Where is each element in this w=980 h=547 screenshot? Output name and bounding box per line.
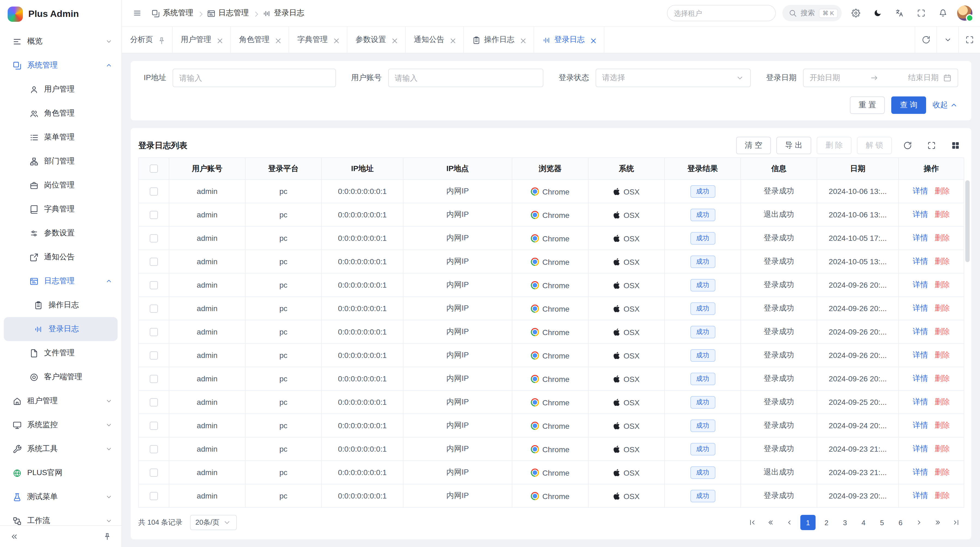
close-icon[interactable] xyxy=(216,37,222,43)
row-checkbox[interactable] xyxy=(150,328,158,336)
pagination-first-button[interactable] xyxy=(745,515,760,530)
detail-link[interactable]: 详情 xyxy=(913,374,928,383)
reset-button[interactable]: 重置 xyxy=(850,96,885,114)
row-checkbox[interactable] xyxy=(150,492,158,500)
close-icon[interactable] xyxy=(274,37,280,43)
tab-refresh-button[interactable] xyxy=(915,27,937,53)
delete-link[interactable]: 删除 xyxy=(935,186,950,195)
tab-fullscreen-button[interactable] xyxy=(958,27,980,53)
detail-link[interactable]: 详情 xyxy=(913,350,928,359)
pagination-page-4[interactable]: 4 xyxy=(856,515,871,530)
delete-link[interactable]: 删除 xyxy=(935,280,950,289)
select-all-checkbox[interactable] xyxy=(150,164,158,173)
pagination-next-button[interactable] xyxy=(912,515,927,530)
sidebar-item-log[interactable]: 日志管理 xyxy=(0,269,121,293)
delete-link[interactable]: 删除 xyxy=(935,210,950,218)
sidebar-item-post[interactable]: 岗位管理 xyxy=(0,173,121,197)
tenant-select[interactable] xyxy=(667,5,776,21)
sidebar-item-role[interactable]: 角色管理 xyxy=(0,101,121,125)
delete-link[interactable]: 删除 xyxy=(935,233,950,242)
sidebar-item-user[interactable]: 用户管理 xyxy=(0,77,121,101)
sidebar-item-dict[interactable]: 字典管理 xyxy=(0,197,121,221)
sidebar-item-workflow[interactable]: 工作流 xyxy=(0,509,121,525)
tab-dropdown-button[interactable] xyxy=(937,27,958,53)
pin-icon[interactable] xyxy=(158,37,164,43)
tab-dict[interactable]: 字典管理 xyxy=(289,27,347,53)
detail-link[interactable]: 详情 xyxy=(913,327,928,336)
tab-analysis[interactable]: 分析页 xyxy=(122,27,173,53)
breadcrumb-item-log[interactable]: 日志管理 xyxy=(207,8,249,18)
sidebar-item-tools[interactable]: 系统工具 xyxy=(0,437,121,461)
date-range-picker[interactable]: 开始日期 结束日期 xyxy=(803,69,958,87)
delete-link[interactable]: 删除 xyxy=(935,491,950,499)
row-checkbox[interactable] xyxy=(150,468,158,477)
row-checkbox[interactable] xyxy=(150,375,158,383)
sidebar-item-menu[interactable]: 菜单管理 xyxy=(0,125,121,149)
clear-button[interactable]: 清空 xyxy=(736,137,771,154)
detail-link[interactable]: 详情 xyxy=(913,303,928,312)
row-checkbox[interactable] xyxy=(150,398,158,406)
pagination-page-3[interactable]: 3 xyxy=(837,515,853,530)
breadcrumb-item-loginlog[interactable]: 登录日志 xyxy=(262,8,304,18)
pagination-page-2[interactable]: 2 xyxy=(819,515,834,530)
status-filter-select[interactable]: 请选择 xyxy=(596,69,751,87)
sidebar-collapse-button[interactable] xyxy=(6,529,22,544)
breadcrumb-item-system[interactable]: 系统管理 xyxy=(151,8,193,18)
row-checkbox[interactable] xyxy=(150,187,158,195)
detail-link[interactable]: 详情 xyxy=(913,491,928,499)
delete-link[interactable]: 删除 xyxy=(935,303,950,312)
sidebar-item-monitor[interactable]: 系统监控 xyxy=(0,413,121,437)
delete-link[interactable]: 删除 xyxy=(935,374,950,383)
detail-link[interactable]: 详情 xyxy=(913,233,928,242)
row-checkbox[interactable] xyxy=(150,304,158,313)
delete-link[interactable]: 删除 xyxy=(935,350,950,359)
tenant-select-input[interactable] xyxy=(674,9,768,17)
sidebar-item-param[interactable]: 参数设置 xyxy=(0,221,121,245)
delete-link[interactable]: 删除 xyxy=(935,327,950,336)
pagination-jump-forward-button[interactable] xyxy=(930,515,945,530)
query-button[interactable]: 查询 xyxy=(891,96,926,114)
delete-link[interactable]: 删除 xyxy=(935,444,950,453)
detail-link[interactable]: 详情 xyxy=(913,444,928,453)
tab-loginlog[interactable]: 登录日志 xyxy=(534,27,605,53)
sidebar-item-system[interactable]: 系统管理 xyxy=(0,53,121,77)
sidebar-item-client[interactable]: 客户端管理 xyxy=(0,365,121,389)
sidebar-pin-button[interactable] xyxy=(100,529,115,544)
delete-link[interactable]: 删除 xyxy=(935,397,950,406)
sidebar-item-file[interactable]: 文件管理 xyxy=(0,341,121,365)
delete-link[interactable]: 删除 xyxy=(935,257,950,265)
pagination-page-6[interactable]: 6 xyxy=(893,515,908,530)
table-fullscreen-button[interactable] xyxy=(923,137,940,154)
row-checkbox[interactable] xyxy=(150,281,158,289)
delete-link[interactable]: 删除 xyxy=(935,421,950,429)
notifications-bell-button[interactable] xyxy=(935,5,951,21)
tab-role[interactable]: 角色管理 xyxy=(231,27,289,53)
table-scrollbar-thumb[interactable] xyxy=(965,180,970,262)
close-icon[interactable] xyxy=(519,37,525,43)
pagination-page-1[interactable]: 1 xyxy=(800,515,816,530)
pagination-last-button[interactable] xyxy=(948,515,964,530)
tab-notice[interactable]: 通知公告 xyxy=(406,27,464,53)
close-icon[interactable] xyxy=(449,37,455,43)
detail-link[interactable]: 详情 xyxy=(913,280,928,289)
collapse-filters-button[interactable]: 收起 xyxy=(932,100,958,110)
close-icon[interactable] xyxy=(589,37,596,43)
detail-link[interactable]: 详情 xyxy=(913,421,928,429)
detail-link[interactable]: 详情 xyxy=(913,210,928,218)
row-checkbox[interactable] xyxy=(150,351,158,359)
detail-link[interactable]: 详情 xyxy=(913,186,928,195)
delete-link[interactable]: 删除 xyxy=(935,467,950,476)
sidebar-item-website[interactable]: PLUS官网 xyxy=(0,461,121,485)
close-icon[interactable] xyxy=(390,37,397,43)
column-settings-grid-button[interactable] xyxy=(947,137,964,154)
row-checkbox[interactable] xyxy=(150,445,158,453)
sidebar-item-oplog[interactable]: 操作日志 xyxy=(0,293,121,317)
sidebar-item-notice[interactable]: 通知公告 xyxy=(0,245,121,269)
detail-link[interactable]: 详情 xyxy=(913,257,928,265)
tab-param[interactable]: 参数设置 xyxy=(347,27,406,53)
settings-gear-button[interactable] xyxy=(848,5,864,21)
pagination-page-5[interactable]: 5 xyxy=(874,515,889,530)
language-translate-button[interactable] xyxy=(892,5,907,21)
ip-filter-input[interactable] xyxy=(179,73,329,82)
unlock-button[interactable]: 解锁 xyxy=(857,137,892,154)
